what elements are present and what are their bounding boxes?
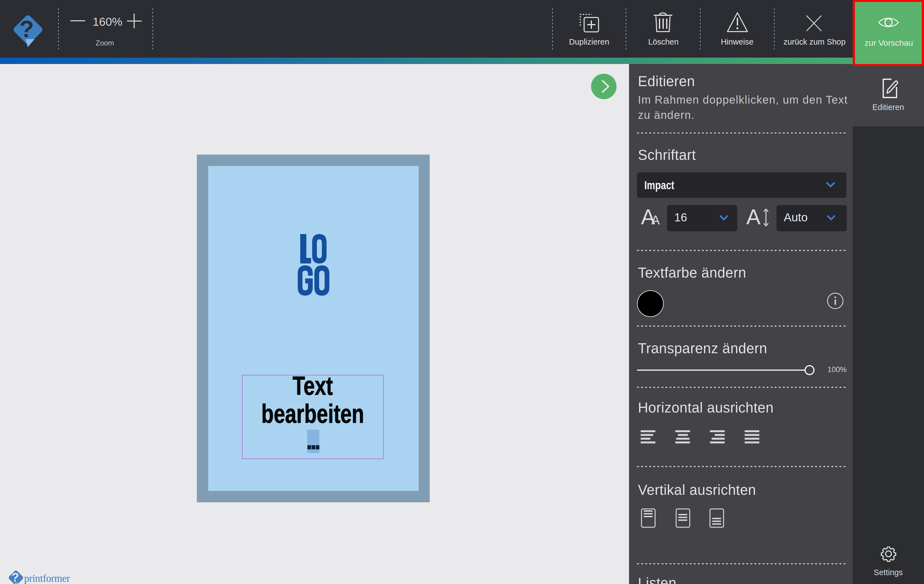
svg-text:?: ?: [20, 15, 34, 42]
svg-text:?: ?: [12, 571, 19, 584]
svg-text:printformer: printformer: [24, 572, 70, 584]
